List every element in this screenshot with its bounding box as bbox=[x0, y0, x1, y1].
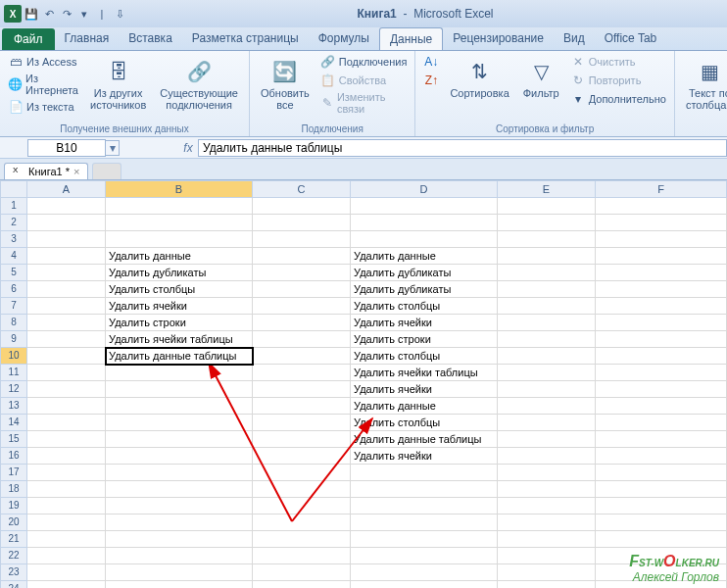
cell-A17[interactable] bbox=[27, 465, 106, 481]
cell-C13[interactable] bbox=[253, 398, 351, 415]
cell-D2[interactable] bbox=[351, 215, 498, 231]
row-header-19[interactable]: 19 bbox=[0, 498, 27, 514]
cell-A21[interactable] bbox=[27, 531, 106, 548]
cell-E22[interactable] bbox=[498, 548, 596, 564]
cell-E13[interactable] bbox=[498, 398, 596, 415]
cell-E12[interactable] bbox=[498, 381, 596, 398]
cell-D15[interactable]: Удалить данные таблицы bbox=[351, 431, 498, 448]
from-web-button[interactable]: 🌐Из Интернета bbox=[6, 72, 81, 97]
cell-C16[interactable] bbox=[253, 448, 351, 465]
cell-E17[interactable] bbox=[498, 465, 596, 481]
advanced-filter-button[interactable]: ▾Дополнительно bbox=[568, 90, 668, 108]
cell-F10[interactable] bbox=[596, 348, 727, 365]
cell-F17[interactable] bbox=[596, 465, 727, 481]
cell-A4[interactable] bbox=[27, 248, 106, 265]
cell-C8[interactable] bbox=[253, 315, 351, 331]
cell-B9[interactable]: Удалить ячейки таблицы bbox=[106, 331, 253, 348]
cell-A20[interactable] bbox=[27, 514, 106, 531]
col-header-E[interactable]: E bbox=[498, 180, 596, 198]
cell-F7[interactable] bbox=[596, 298, 727, 315]
cell-C9[interactable] bbox=[253, 331, 351, 348]
row-header-2[interactable]: 2 bbox=[0, 215, 27, 231]
cell-B3[interactable] bbox=[106, 231, 253, 248]
cell-E11[interactable] bbox=[498, 365, 596, 381]
row-header-6[interactable]: 6 bbox=[0, 281, 27, 298]
col-header-D[interactable]: D bbox=[351, 180, 498, 198]
cell-F1[interactable] bbox=[596, 198, 727, 215]
cell-A6[interactable] bbox=[27, 281, 106, 298]
cell-F6[interactable] bbox=[596, 281, 727, 298]
cell-A3[interactable] bbox=[27, 231, 106, 248]
cell-D10[interactable]: Удалить столбцы bbox=[351, 348, 498, 365]
cell-B6[interactable]: Удалить столбцы bbox=[106, 281, 253, 298]
cell-F20[interactable] bbox=[596, 514, 727, 531]
cell-D22[interactable] bbox=[351, 548, 498, 564]
cell-C22[interactable] bbox=[253, 548, 351, 564]
other-sources-button[interactable]: 🗄 Из других источников bbox=[85, 53, 151, 114]
cell-A2[interactable] bbox=[27, 215, 106, 231]
cell-D9[interactable]: Удалить строки bbox=[351, 331, 498, 348]
row-header-23[interactable]: 23 bbox=[0, 564, 27, 581]
sort-button[interactable]: ⇅ Сортировка bbox=[445, 53, 513, 102]
cell-C6[interactable] bbox=[253, 281, 351, 298]
existing-conn-button[interactable]: 🔗 Существующие подключения bbox=[155, 53, 243, 114]
cell-E10[interactable] bbox=[498, 348, 596, 365]
cell-E4[interactable] bbox=[498, 248, 596, 265]
cell-C1[interactable] bbox=[253, 198, 351, 215]
file-tab[interactable]: Файл bbox=[2, 28, 55, 50]
cell-A14[interactable] bbox=[27, 415, 106, 431]
cell-D17[interactable] bbox=[351, 465, 498, 481]
cell-C18[interactable] bbox=[253, 481, 351, 498]
cell-A13[interactable] bbox=[27, 398, 106, 415]
workbook-tab[interactable]: X Книга1 * × bbox=[4, 163, 88, 179]
name-box-dropdown[interactable]: ▾ bbox=[106, 140, 120, 156]
cell-B16[interactable] bbox=[106, 448, 253, 465]
cell-E18[interactable] bbox=[498, 481, 596, 498]
row-header-21[interactable]: 21 bbox=[0, 531, 27, 548]
cell-F18[interactable] bbox=[596, 481, 727, 498]
cell-F2[interactable] bbox=[596, 215, 727, 231]
row-header-9[interactable]: 9 bbox=[0, 331, 27, 348]
cell-D23[interactable] bbox=[351, 564, 498, 581]
cell-E3[interactable] bbox=[498, 231, 596, 248]
col-header-A[interactable]: A bbox=[27, 180, 106, 198]
cell-B1[interactable] bbox=[106, 198, 253, 215]
cell-A9[interactable] bbox=[27, 331, 106, 348]
clear-filter-button[interactable]: ✕Очистить bbox=[568, 53, 668, 71]
formula-input[interactable]: Удалить данные таблицы bbox=[198, 139, 727, 157]
close-tab-icon[interactable]: × bbox=[73, 166, 79, 177]
worksheet-grid[interactable]: ABCDEF 123456789101112131415161718192021… bbox=[0, 180, 727, 588]
cell-E1[interactable] bbox=[498, 198, 596, 215]
cell-E24[interactable] bbox=[498, 581, 596, 588]
col-header-F[interactable]: F bbox=[596, 180, 727, 198]
undo-icon[interactable]: ↶ bbox=[41, 6, 57, 22]
cell-F11[interactable] bbox=[596, 365, 727, 381]
cell-F13[interactable] bbox=[596, 398, 727, 415]
cell-F12[interactable] bbox=[596, 381, 727, 398]
cell-B21[interactable] bbox=[106, 531, 253, 548]
cell-B17[interactable] bbox=[106, 465, 253, 481]
cell-D7[interactable]: Удалить столбцы bbox=[351, 298, 498, 315]
cell-C14[interactable] bbox=[253, 415, 351, 431]
cell-B19[interactable] bbox=[106, 498, 253, 514]
cell-A23[interactable] bbox=[27, 564, 106, 581]
cell-D21[interactable] bbox=[351, 531, 498, 548]
row-header-24[interactable]: 24 bbox=[0, 581, 27, 588]
cell-E7[interactable] bbox=[498, 298, 596, 315]
row-header-4[interactable]: 4 bbox=[0, 248, 27, 265]
cell-C12[interactable] bbox=[253, 381, 351, 398]
cell-E19[interactable] bbox=[498, 498, 596, 514]
cell-F3[interactable] bbox=[596, 231, 727, 248]
cell-D11[interactable]: Удалить ячейки таблицы bbox=[351, 365, 498, 381]
cell-B14[interactable] bbox=[106, 415, 253, 431]
cell-B18[interactable] bbox=[106, 481, 253, 498]
row-header-1[interactable]: 1 bbox=[0, 198, 27, 215]
edit-links-button[interactable]: ✎Изменить связи bbox=[318, 90, 410, 116]
from-access-button[interactable]: 🗃Из Access bbox=[6, 53, 81, 71]
cell-B15[interactable] bbox=[106, 431, 253, 448]
cell-D14[interactable]: Удалить столбцы bbox=[351, 415, 498, 431]
row-header-7[interactable]: 7 bbox=[0, 298, 27, 315]
cell-A19[interactable] bbox=[27, 498, 106, 514]
cell-E8[interactable] bbox=[498, 315, 596, 331]
cell-D24[interactable] bbox=[351, 581, 498, 588]
